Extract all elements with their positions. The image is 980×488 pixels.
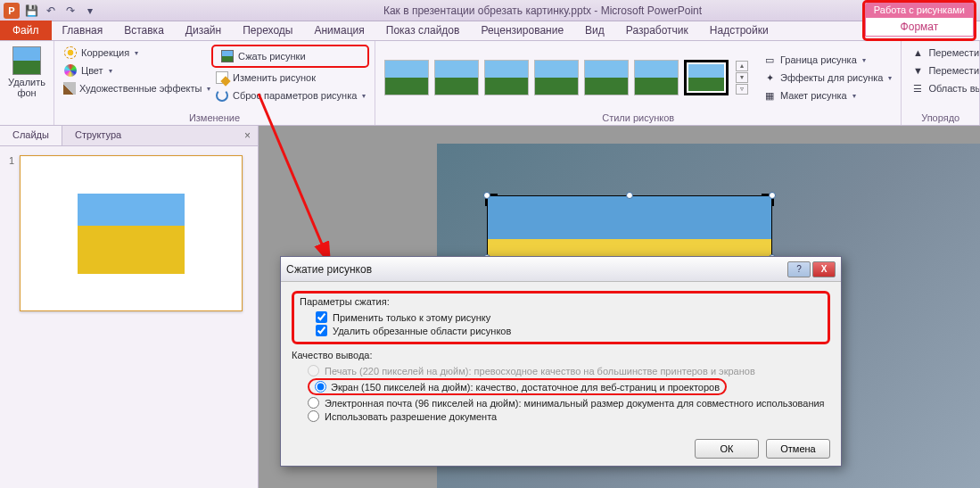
palette-icon <box>64 64 77 77</box>
window-title: Как в презентации обрезать картинку.pptx… <box>109 4 976 17</box>
compress-pictures-button[interactable]: Сжать рисунки <box>217 48 364 64</box>
forward-label: Переместить вп <box>928 47 980 58</box>
apply-only-this-checkbox[interactable]: Применить только к этому рисунку <box>316 310 822 324</box>
remove-bg-icon <box>12 46 41 75</box>
brush-icon <box>63 82 76 95</box>
color-label: Цвет <box>81 65 103 76</box>
layout-label: Макет рисунка <box>780 90 847 101</box>
border-label: Граница рисунка <box>780 54 857 65</box>
change-picture-button[interactable]: Изменить рисунок <box>211 70 369 86</box>
tab-animation[interactable]: Анимация <box>303 21 375 40</box>
corrections-label: Коррекция <box>81 47 129 58</box>
reset-label: Сброс параметров рисунка <box>233 90 357 101</box>
slide-thumbnail-1[interactable] <box>20 155 243 311</box>
undo-icon[interactable]: ↶ <box>43 3 59 19</box>
pic-effects-label: Эффекты для рисунка <box>780 72 883 83</box>
picture-style-gallery[interactable]: ▴ ▾ ▿ <box>381 56 752 99</box>
dialog-title: Сжатие рисунков <box>286 263 372 276</box>
effects-label: Художественные эффекты <box>79 83 202 94</box>
picture-layout-button[interactable]: ▦Макет рисунка <box>759 87 895 103</box>
tab-home[interactable]: Главная <box>52 21 114 40</box>
tab-file[interactable]: Файл <box>0 21 52 40</box>
tab-addins[interactable]: Надстройки <box>699 21 779 40</box>
picture-effects-button[interactable]: ✦Эффекты для рисунка <box>759 70 895 86</box>
dialog-close-button[interactable]: X <box>812 261 836 277</box>
compress-pictures-dialog: Сжатие рисунков ? X Параметры сжатия: Пр… <box>280 256 842 467</box>
style-thumb-2[interactable] <box>434 60 479 95</box>
selection-icon: ☰ <box>910 81 925 95</box>
style-thumb-7[interactable] <box>684 60 729 95</box>
gallery-more[interactable]: ▿ <box>736 84 748 95</box>
dialog-help-button[interactable]: ? <box>787 261 811 277</box>
send-backward-button[interactable]: ▼Переместить на <box>907 62 980 79</box>
slide-thumb-image <box>78 194 185 274</box>
quality-email-radio[interactable]: Электронная почта (96 пикселей на дюйм):… <box>308 396 830 409</box>
selection-pane-button[interactable]: ☰Область выделе <box>907 80 980 96</box>
quality-screen-input[interactable] <box>315 381 326 393</box>
style-thumb-6[interactable] <box>634 60 679 95</box>
reset-picture-button[interactable]: Сброс параметров рисунка <box>211 87 369 103</box>
contextual-group-label: Работа с рисунками <box>865 3 974 17</box>
tab-review[interactable]: Рецензирование <box>470 21 574 40</box>
quality-email-input[interactable] <box>308 397 319 409</box>
delete-cropped-label: Удалить обрезанные области рисунков <box>333 326 511 336</box>
panel-tab-slides[interactable]: Слайды <box>0 126 62 145</box>
quality-print-text: Печать (220 пикселей на дюйм): превосход… <box>325 366 755 376</box>
handle-tl[interactable] <box>483 192 490 199</box>
slide-thumb-row: 1 <box>0 146 258 320</box>
panel-tab-structure[interactable]: Структура <box>62 126 134 145</box>
ok-button[interactable]: ОК <box>695 439 759 459</box>
delete-cropped-input[interactable] <box>316 325 327 336</box>
picture-border-button[interactable]: ▭Граница рисунка <box>759 52 895 68</box>
change-picture-label: Изменить рисунок <box>233 72 316 83</box>
bring-forward-button[interactable]: ▲Переместить вп <box>907 45 980 61</box>
corrections-button[interactable]: Коррекция <box>60 45 211 61</box>
style-thumb-3[interactable] <box>484 60 529 95</box>
remove-background-button[interactable]: Удалитьфон <box>5 45 48 123</box>
tab-developer[interactable]: Разработчик <box>615 21 699 40</box>
quality-print-radio: Печать (220 пикселей на дюйм): превосход… <box>308 364 830 377</box>
handle-t[interactable] <box>626 192 633 199</box>
tab-view[interactable]: Вид <box>574 21 615 40</box>
quality-document-input[interactable] <box>308 410 319 422</box>
slide-number: 1 <box>9 155 14 311</box>
apply-only-this-input[interactable] <box>316 311 327 323</box>
tab-format[interactable]: Формат <box>865 17 974 37</box>
backward-icon: ▼ <box>910 63 925 78</box>
tab-transitions[interactable]: Переходы <box>232 21 303 40</box>
artistic-effects-button[interactable]: Художественные эффекты <box>60 80 211 96</box>
compression-options-highlight: Параметры сжатия: Применить только к это… <box>292 291 830 344</box>
gallery-down[interactable]: ▾ <box>736 72 748 83</box>
tab-insert[interactable]: Вставка <box>113 21 175 40</box>
group-adjust: Коррекция Цвет Художественные эффекты Сж… <box>54 41 375 125</box>
slides-panel: Слайды Структура × 1 <box>0 126 259 488</box>
save-icon[interactable]: 💾 <box>23 3 39 19</box>
redo-icon[interactable]: ↷ <box>62 3 78 19</box>
dialog-titlebar[interactable]: Сжатие рисунков ? X <box>281 257 841 282</box>
style-thumb-5[interactable] <box>584 60 629 95</box>
group-adjust-label: Изменение <box>60 111 369 123</box>
reset-icon <box>216 89 228 102</box>
gallery-scroll: ▴ ▾ ▿ <box>736 61 748 95</box>
cancel-button[interactable]: Отмена <box>766 439 830 459</box>
quality-screen-text: Экран (150 пикселей на дюйм): качество, … <box>331 382 720 393</box>
tab-design[interactable]: Дизайн <box>175 21 232 40</box>
handle-tr[interactable] <box>769 192 776 199</box>
quality-screen-highlight: Экран (150 пикселей на дюйм): качество, … <box>308 378 727 395</box>
compress-icon <box>221 50 234 62</box>
tab-slideshow[interactable]: Показ слайдов <box>375 21 471 40</box>
style-thumb-1[interactable] <box>384 60 429 95</box>
color-button[interactable]: Цвет <box>60 62 211 79</box>
app-icon: P <box>4 3 20 19</box>
panel-close-button[interactable]: × <box>237 126 258 145</box>
gallery-up[interactable]: ▴ <box>736 61 748 71</box>
group-arrange: ▲Переместить вп ▼Переместить на ☰Область… <box>902 41 980 125</box>
quality-document-radio[interactable]: Использовать разрешение документа <box>308 409 830 423</box>
delete-cropped-checkbox[interactable]: Удалить обрезанные области рисунков <box>316 324 822 337</box>
quality-print-input <box>308 365 319 376</box>
change-picture-icon <box>216 71 228 84</box>
layout-icon: ▦ <box>762 88 777 103</box>
qat-more-icon[interactable]: ▾ <box>82 3 98 19</box>
group-remove-bg: Удалитьфон <box>0 41 54 125</box>
style-thumb-4[interactable] <box>534 60 579 95</box>
